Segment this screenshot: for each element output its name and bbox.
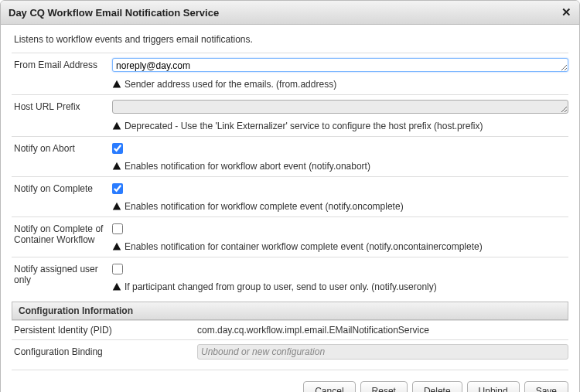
hint-notify-complete: Enables notification for workflow comple… [112, 201, 568, 212]
hint-notify-container: Enables notification for container workf… [112, 241, 568, 252]
hint-notify-abort: Enables notification for workflow abort … [112, 161, 568, 172]
row-notify-complete: Notify on Complete Enables notification … [12, 176, 568, 216]
notify-abort-checkbox[interactable] [112, 143, 123, 154]
dialog-titlebar: Day CQ Workflow Email Notification Servi… [1, 1, 579, 25]
row-from-email: From Email Address Sender address used f… [12, 53, 568, 94]
row-notify-abort: Notify on Abort Enables notification for… [12, 136, 568, 176]
field-host-prefix: Deprecated - Use the 'Link Externalizer'… [112, 100, 568, 131]
hint-text: Sender address used for the emails. (fro… [125, 79, 336, 90]
label-notify-container: Notify on Complete of Container Workflow [12, 222, 112, 245]
dialog-content: Listens to workflow events and triggers … [1, 25, 579, 392]
label-notify-abort: Notify on Abort [12, 141, 112, 154]
hint-text: Enables notification for container workf… [125, 241, 483, 252]
hint-text: Enables notification for workflow comple… [125, 201, 404, 212]
row-pid: Persistent Identity (PID) com.day.cq.wor… [12, 320, 568, 339]
label-pid: Persistent Identity (PID) [12, 325, 197, 336]
notify-container-checkbox[interactable] [112, 223, 123, 234]
label-notify-useronly: Notify assigned user only [12, 262, 112, 285]
label-binding: Configuration Binding [12, 346, 197, 357]
warning-icon [112, 162, 121, 171]
warning-icon [112, 202, 121, 211]
row-notify-container: Notify on Complete of Container Workflow… [12, 216, 568, 257]
delete-button[interactable]: Delete [412, 381, 462, 392]
field-notify-container: Enables notification for container workf… [112, 222, 568, 252]
row-notify-useronly: Notify assigned user only If participant… [12, 257, 568, 297]
hint-text: Deprecated - Use the 'Link Externalizer'… [125, 121, 483, 131]
config-dialog: Day CQ Workflow Email Notification Servi… [0, 0, 580, 392]
unbind-button[interactable]: Unbind [467, 381, 520, 392]
from-email-input[interactable] [112, 58, 568, 72]
config-info-header: Configuration Information [12, 302, 568, 320]
button-bar: Cancel Reset Delete Unbind Save [12, 370, 568, 392]
hint-text: If participant changed from group to use… [125, 281, 437, 292]
save-button[interactable]: Save [524, 381, 568, 392]
close-icon[interactable]: ✕ [561, 5, 571, 19]
warning-icon [112, 80, 121, 89]
dialog-description: Listens to workflow events and triggers … [14, 34, 568, 45]
label-notify-complete: Notify on Complete [12, 182, 112, 194]
hint-text: Enables notification for workflow abort … [125, 161, 370, 172]
row-binding: Configuration Binding [12, 339, 568, 363]
cancel-button[interactable]: Cancel [303, 381, 355, 392]
hint-notify-useronly: If participant changed from group to use… [112, 281, 568, 292]
hint-from-email: Sender address used for the emails. (fro… [112, 79, 568, 90]
field-notify-useronly: If participant changed from group to use… [112, 262, 568, 292]
value-pid: com.day.cq.workflow.impl.email.EMailNoti… [197, 325, 568, 336]
field-notify-abort: Enables notification for workflow abort … [112, 141, 568, 172]
notify-complete-checkbox[interactable] [112, 183, 123, 194]
notify-useronly-checkbox[interactable] [112, 264, 123, 274]
label-host-prefix: Host URL Prefix [12, 100, 112, 112]
row-host-prefix: Host URL Prefix Deprecated - Use the 'Li… [12, 94, 568, 136]
field-notify-complete: Enables notification for workflow comple… [112, 182, 568, 212]
warning-icon [112, 282, 121, 291]
reset-button[interactable]: Reset [360, 381, 408, 392]
binding-input [197, 344, 568, 360]
dialog-title: Day CQ Workflow Email Notification Servi… [9, 7, 219, 19]
hint-host-prefix: Deprecated - Use the 'Link Externalizer'… [112, 121, 568, 131]
warning-icon [112, 121, 121, 131]
label-from-email: From Email Address [12, 58, 112, 70]
warning-icon [112, 242, 121, 251]
field-from-email: Sender address used for the emails. (fro… [112, 58, 568, 90]
value-binding [197, 344, 568, 360]
host-prefix-input[interactable] [112, 100, 568, 114]
